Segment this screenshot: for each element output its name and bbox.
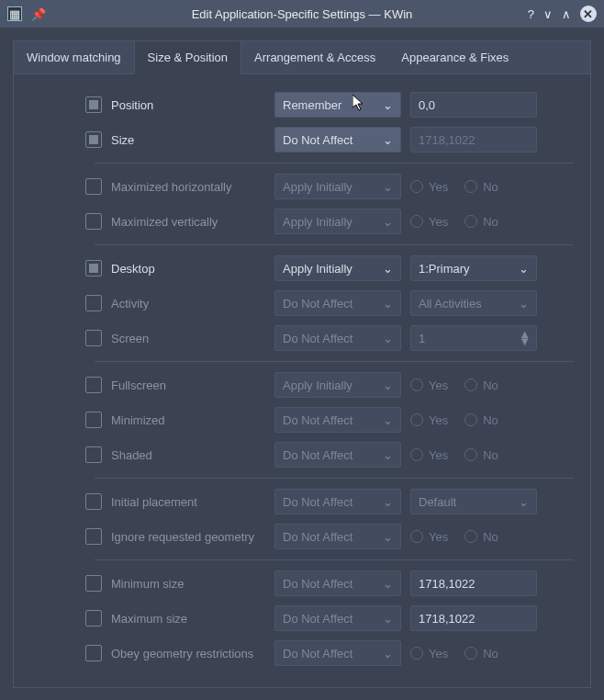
chevron-down-icon: ⌄ xyxy=(519,297,529,310)
label-minimized: Minimized xyxy=(111,413,265,427)
chevron-down-icon: ⌄ xyxy=(383,180,393,194)
radio-max-h-no[interactable]: No xyxy=(464,180,498,194)
input-max-size-value[interactable]: 1718,1022 xyxy=(410,605,537,631)
label-activity: Activity xyxy=(111,297,265,310)
select-size-rule[interactable]: Do Not Affect⌄ xyxy=(274,127,401,152)
spin-screen-value[interactable]: 1▲▼ xyxy=(410,325,537,351)
minimize-icon[interactable]: ∨ xyxy=(543,7,553,21)
tab-size-position[interactable]: Size & Position xyxy=(134,40,241,74)
radio-minimized-no[interactable]: No xyxy=(464,413,498,427)
input-min-size-value[interactable]: 1718,1022 xyxy=(410,570,537,596)
chevron-down-icon: ⌄ xyxy=(383,297,393,310)
label-desktop: Desktop xyxy=(111,262,265,276)
select-activity-value[interactable]: All Activities⌄ xyxy=(410,290,537,316)
select-max-size-rule[interactable]: Do Not Affect⌄ xyxy=(274,605,401,631)
tab-appearance-fixes[interactable]: Appearance & Fixes xyxy=(388,41,521,73)
select-activity-rule[interactable]: Do Not Affect⌄ xyxy=(274,290,401,316)
pin-icon[interactable]: 📌 xyxy=(31,7,46,21)
select-minimized-rule[interactable]: Do Not Affect⌄ xyxy=(274,407,401,433)
chevron-down-icon: ⌄ xyxy=(383,98,393,112)
chevron-down-icon: ⌄ xyxy=(383,262,393,276)
help-icon[interactable]: ? xyxy=(528,7,534,21)
chevron-down-icon: ⌄ xyxy=(383,448,393,462)
chevron-down-icon: ⌄ xyxy=(383,332,393,345)
label-shaded: Shaded xyxy=(111,448,265,462)
radio-fullscreen-no[interactable]: No xyxy=(464,378,498,392)
radio-fullscreen-yes[interactable]: Yes xyxy=(410,378,448,392)
select-desktop-value[interactable]: 1:Primary⌄ xyxy=(410,255,537,281)
select-min-size-rule[interactable]: Do Not Affect⌄ xyxy=(274,570,401,596)
chevron-down-icon: ⌄ xyxy=(383,530,393,544)
label-min-size: Minimum size xyxy=(111,577,265,591)
radio-max-v-no[interactable]: No xyxy=(464,215,498,229)
select-position-rule[interactable]: Remember⌄ xyxy=(274,92,401,118)
checkbox-screen[interactable] xyxy=(85,330,102,346)
checkbox-max-h[interactable] xyxy=(85,178,102,195)
chevron-down-icon: ⌄ xyxy=(383,647,393,660)
radio-minimized-yes[interactable]: Yes xyxy=(410,413,448,427)
chevron-down-icon: ⌄ xyxy=(519,495,529,509)
radio-shaded-no[interactable]: No xyxy=(464,448,498,462)
app-icon: ▦ xyxy=(7,6,22,21)
chevron-down-icon: ⌄ xyxy=(383,215,393,229)
close-icon[interactable]: ✕ xyxy=(580,6,597,22)
radio-obey-geom-no[interactable]: No xyxy=(464,647,498,660)
tab-window-matching[interactable]: Window matching xyxy=(14,41,134,73)
input-position-value[interactable]: 0,0 xyxy=(410,92,537,118)
checkbox-max-size[interactable] xyxy=(85,610,102,627)
label-max-size: Maximum size xyxy=(111,612,265,626)
tab-arrangement-access[interactable]: Arrangement & Access xyxy=(241,41,388,73)
label-max-h: Maximized horizontally xyxy=(111,180,265,194)
select-initial-placement-rule[interactable]: Do Not Affect⌄ xyxy=(274,489,401,514)
select-screen-rule[interactable]: Do Not Affect⌄ xyxy=(274,325,401,351)
select-max-v-rule[interactable]: Apply Initially⌄ xyxy=(274,209,401,234)
radio-max-h-yes[interactable]: Yes xyxy=(410,180,448,194)
chevron-down-icon: ⌄ xyxy=(383,577,393,591)
radio-ignore-geom-yes[interactable]: Yes xyxy=(410,530,448,544)
label-fullscreen: Fullscreen xyxy=(111,378,265,392)
radio-obey-geom-yes[interactable]: Yes xyxy=(410,647,448,660)
radio-max-v-yes[interactable]: Yes xyxy=(410,215,448,229)
maximize-icon[interactable]: ∧ xyxy=(562,7,571,21)
chevron-down-icon: ⌄ xyxy=(383,133,393,147)
chevron-down-icon: ⌄ xyxy=(383,612,393,626)
checkbox-shaded[interactable] xyxy=(85,446,102,463)
label-max-v: Maximized vertically xyxy=(111,215,265,229)
select-desktop-rule[interactable]: Apply Initially⌄ xyxy=(274,255,401,281)
label-ignore-geom: Ignore requested geometry xyxy=(111,530,265,544)
checkbox-minimized[interactable] xyxy=(85,412,102,428)
checkbox-size[interactable] xyxy=(85,131,102,148)
label-screen: Screen xyxy=(111,332,265,345)
window-title: Edit Application-Specific Settings — KWi… xyxy=(0,7,604,21)
checkbox-activity[interactable] xyxy=(85,295,102,311)
radio-shaded-yes[interactable]: Yes xyxy=(410,448,448,462)
chevron-down-icon: ⌄ xyxy=(383,495,393,509)
select-obey-geom-rule[interactable]: Do Not Affect⌄ xyxy=(274,640,401,666)
label-position: Position xyxy=(111,98,265,112)
select-fullscreen-rule[interactable]: Apply Initially⌄ xyxy=(274,372,401,398)
checkbox-obey-geom[interactable] xyxy=(85,645,102,661)
radio-ignore-geom-no[interactable]: No xyxy=(464,530,498,544)
label-initial-placement: Initial placement xyxy=(111,495,265,509)
checkbox-initial-placement[interactable] xyxy=(85,493,102,510)
checkbox-min-size[interactable] xyxy=(85,575,102,592)
checkbox-desktop[interactable] xyxy=(85,260,102,277)
chevron-down-icon[interactable]: ▼ xyxy=(519,338,531,345)
label-obey-geom: Obey geometry restrictions xyxy=(111,647,265,660)
select-ignore-geom-rule[interactable]: Do Not Affect⌄ xyxy=(274,524,401,549)
checkbox-ignore-geom[interactable] xyxy=(85,528,102,545)
label-size: Size xyxy=(111,133,265,147)
select-max-h-rule[interactable]: Apply Initially⌄ xyxy=(274,174,401,199)
chevron-down-icon: ⌄ xyxy=(383,413,393,427)
checkbox-fullscreen[interactable] xyxy=(85,377,102,393)
chevron-down-icon: ⌄ xyxy=(383,378,393,392)
chevron-down-icon: ⌄ xyxy=(519,262,529,276)
checkbox-max-v[interactable] xyxy=(85,213,102,230)
input-size-value[interactable]: 1718,1022 xyxy=(410,127,537,152)
checkbox-position[interactable] xyxy=(85,96,102,113)
select-shaded-rule[interactable]: Do Not Affect⌄ xyxy=(274,442,401,468)
select-initial-placement-value[interactable]: Default⌄ xyxy=(410,489,537,514)
